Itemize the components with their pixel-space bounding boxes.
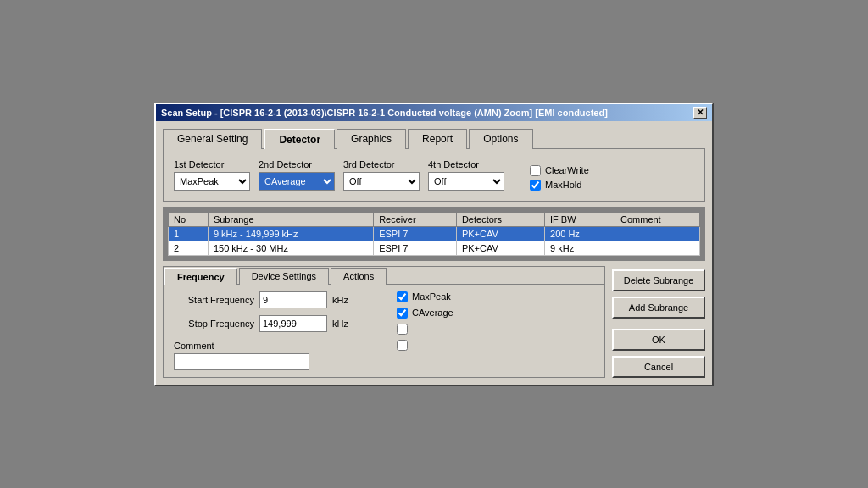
cell-comment — [615, 226, 700, 241]
start-freq-input[interactable] — [259, 291, 327, 308]
col-subrange: Subrange — [208, 212, 373, 226]
cell-subrange: 150 kHz - 30 MHz — [208, 241, 373, 255]
stop-freq-unit: kHz — [332, 319, 348, 329]
maxpeak-check-row: MaxPeak — [397, 291, 594, 302]
tab-options[interactable]: Options — [469, 129, 532, 149]
maxpeak-freq-checkbox[interactable] — [397, 291, 408, 302]
ok-button[interactable]: OK — [612, 329, 705, 351]
stop-freq-input[interactable] — [259, 315, 327, 332]
comment-label: Comment — [174, 341, 371, 351]
maxhold-label: MaxHold — [545, 180, 581, 190]
cell-no: 1 — [169, 226, 209, 241]
delete-subrange-button[interactable]: Delete Subrange — [612, 269, 705, 291]
bottom-section: Frequency Device Settings Actions Start … — [163, 266, 705, 378]
cell-receiver: ESPI 7 — [374, 226, 457, 241]
frequency-sub-panel: Start Frequency kHz Stop Frequency kHz C… — [164, 285, 604, 377]
detector1-label: 1st Detector — [174, 159, 250, 169]
start-freq-unit: kHz — [332, 295, 348, 305]
cell-ifbw: 9 kHz — [545, 241, 615, 255]
tab-graphics[interactable]: Graphics — [337, 129, 406, 149]
tab-detector[interactable]: Detector — [264, 129, 335, 149]
table-row[interactable]: 2 150 kHz - 30 MHz ESPI 7 PK+CAV 9 kHz — [169, 241, 700, 255]
mode-checkboxes: ClearWrite MaxHold — [530, 165, 589, 191]
stop-freq-row: Stop Frequency kHz — [174, 315, 371, 332]
check4-row — [397, 340, 594, 351]
check3-checkbox[interactable] — [397, 324, 408, 335]
cell-receiver: ESPI 7 — [374, 241, 457, 255]
detector3-group: 3rd Detector MaxPeak Peak QuasiPeak Aver… — [343, 159, 420, 191]
detector4-group: 4th Detector MaxPeak Peak QuasiPeak Aver… — [428, 159, 504, 191]
detector2-select[interactable]: MaxPeak Peak QuasiPeak Average CAverage … — [259, 172, 335, 191]
main-window: Scan Setup - [CISPR 16-2-1 (2013-03)\CIS… — [154, 103, 714, 386]
col-ifbw: IF BW — [545, 212, 615, 226]
close-button[interactable]: ✕ — [693, 107, 707, 119]
check3-row — [397, 324, 594, 335]
detector2-group: 2nd Detector MaxPeak Peak QuasiPeak Aver… — [259, 159, 335, 191]
cell-detectors: PK+CAV — [456, 226, 544, 241]
detector4-label: 4th Detector — [428, 159, 504, 169]
bottom-right-panel: Delete Subrange Add Subrange OK Cancel — [612, 266, 705, 378]
maxhold-checkbox[interactable] — [530, 180, 541, 191]
clearwrite-label: ClearWrite — [545, 165, 589, 175]
title-bar: Scan Setup - [CISPR 16-2-1 (2013-03)\CIS… — [156, 104, 712, 121]
detector3-label: 3rd Detector — [343, 159, 420, 169]
maxpeak-freq-label: MaxPeak — [412, 291, 451, 302]
caverage-freq-label: CAverage — [412, 308, 453, 318]
start-freq-label: Start Frequency — [174, 295, 254, 305]
sub-tab-device-settings[interactable]: Device Settings — [239, 268, 329, 285]
clearwrite-row: ClearWrite — [530, 165, 589, 176]
add-subrange-button[interactable]: Add Subrange — [612, 297, 705, 319]
detector3-select[interactable]: MaxPeak Peak QuasiPeak Average CAverage … — [343, 172, 420, 191]
tab-report[interactable]: Report — [408, 129, 467, 149]
comment-input[interactable] — [174, 353, 309, 370]
cell-ifbw: 200 Hz — [545, 226, 615, 241]
detector1-group: 1st Detector MaxPeak Peak QuasiPeak Aver… — [174, 159, 250, 191]
detector4-select[interactable]: MaxPeak Peak QuasiPeak Average CAverage … — [428, 172, 504, 191]
stop-freq-label: Stop Frequency — [174, 319, 254, 329]
cell-subrange: 9 kHz - 149,999 kHz — [208, 226, 373, 241]
detector-panel: 1st Detector MaxPeak Peak QuasiPeak Aver… — [163, 149, 705, 202]
check4-checkbox[interactable] — [397, 340, 408, 351]
cell-no: 2 — [169, 241, 209, 255]
sub-tab-frequency[interactable]: Frequency — [164, 268, 237, 285]
main-tabs: General Setting Detector Graphics Report… — [163, 128, 705, 149]
window-title: Scan Setup - [CISPR 16-2-1 (2013-03)\CIS… — [161, 108, 608, 118]
left-fields: Start Frequency kHz Stop Frequency kHz C… — [174, 291, 371, 370]
col-receiver: Receiver — [374, 212, 457, 226]
col-comment: Comment — [615, 212, 700, 226]
bottom-left-panel: Frequency Device Settings Actions Start … — [163, 266, 605, 378]
maxhold-row: MaxHold — [530, 180, 589, 191]
caverage-freq-checkbox[interactable] — [397, 308, 408, 319]
cancel-button[interactable]: Cancel — [612, 356, 705, 378]
right-checks: MaxPeak CAverage — [397, 291, 594, 370]
col-no: No — [169, 212, 209, 226]
start-freq-row: Start Frequency kHz — [174, 291, 371, 308]
sub-tab-actions[interactable]: Actions — [331, 268, 387, 285]
tab-general-setting[interactable]: General Setting — [163, 129, 262, 149]
detector1-select[interactable]: MaxPeak Peak QuasiPeak Average CAverage … — [174, 172, 250, 191]
detector2-label: 2nd Detector — [259, 159, 335, 169]
clearwrite-checkbox[interactable] — [530, 165, 541, 176]
cell-comment — [615, 241, 700, 255]
scan-table: No Subrange Receiver Detectors IF BW Com… — [168, 212, 700, 256]
table-area: No Subrange Receiver Detectors IF BW Com… — [163, 207, 705, 261]
col-detectors: Detectors — [456, 212, 544, 226]
table-row[interactable]: 1 9 kHz - 149,999 kHz ESPI 7 PK+CAV 200 … — [169, 226, 700, 241]
caverage-check-row: CAverage — [397, 308, 594, 319]
cell-detectors: PK+CAV — [456, 241, 544, 255]
sub-tabs: Frequency Device Settings Actions — [164, 267, 604, 285]
